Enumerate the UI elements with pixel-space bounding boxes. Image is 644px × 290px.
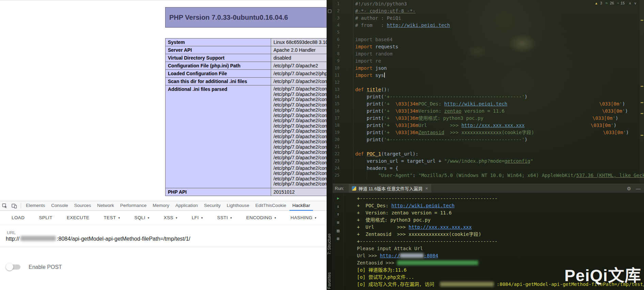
devtools-tab-memory[interactable]: Memory <box>150 201 172 211</box>
run-tabbar-actions: ⚙ — <box>627 186 641 191</box>
close-tab-icon[interactable]: × <box>425 186 428 191</box>
scroll-down-icon[interactable]: ↓ <box>337 204 340 209</box>
url-link[interactable]: http://wiki.peiqi.tech <box>444 101 507 107</box>
token: print( <box>355 108 384 114</box>
devtools-tab-sources[interactable]: Sources <box>71 201 94 211</box>
url-input[interactable]: http://:8084/api-getModel-api-getMethod-… <box>6 236 190 242</box>
phpinfo-row: PHP API20151012 <box>166 188 327 196</box>
menu-label: SQLI <box>134 215 145 220</box>
minimize-icon[interactable]: — <box>636 186 641 191</box>
rerun-button[interactable]: ▶ <box>337 196 340 200</box>
scroll-up-icon[interactable]: ↑ <box>337 212 340 217</box>
line-number: 6 <box>333 36 340 43</box>
devtools-tab-security[interactable]: Security <box>201 201 224 211</box>
url-link[interactable]: http:// <box>380 253 400 258</box>
code-text: import json <box>354 65 387 72</box>
token: ' <box>611 123 613 128</box>
hackbar-menu-hashing[interactable]: HASHING▾ <box>290 215 316 220</box>
code-line: 5 <box>333 29 640 36</box>
gutter-fold-area <box>340 122 354 129</box>
url-link[interactable]: http://wiki.peiqi.tech <box>387 22 450 28</box>
hackbar-menu-split[interactable]: SPLIT <box>39 215 52 220</box>
menu-label: LOAD <box>12 215 25 220</box>
editor-scrollbar[interactable] <box>640 0 644 184</box>
code-text: "User-Agent": "Mozilla/5.0 (Windows NT 1… <box>354 172 644 179</box>
device-toolbar-button[interactable] <box>10 201 19 210</box>
ide-window: 7: Structure Favorites 1#!/usr/bin/pytho… <box>327 0 644 290</box>
token: POC_1 <box>367 151 381 157</box>
devtools-tab-console[interactable]: Console <box>48 201 71 211</box>
ini-file-path: /etc/php/7.0/apache2/con <box>273 92 327 97</box>
devtools-tab-strip: ElementsConsoleSourcesNetworkPerformance… <box>23 201 313 211</box>
code-line: 17 print('+ \033[36m使用格式: python3 poc.py… <box>333 115 640 122</box>
code-line: 11import sys <box>333 72 640 79</box>
line-number: 7 <box>333 43 340 50</box>
token: version_url = target_url + <box>355 158 444 164</box>
token: [o] 禅道版本为:11.6 <box>357 267 407 273</box>
devtools-tab-network[interactable]: Network <box>94 201 117 211</box>
line-number: 11 <box>333 72 340 79</box>
soft-wrap-icon[interactable]: ≡ <box>337 220 340 225</box>
url-link[interactable]: http://wiki.peiqi.tech <box>391 203 454 208</box>
hackbar-menu-lfi[interactable]: LFI▾ <box>192 215 203 220</box>
redacted-text <box>440 282 494 287</box>
phpinfo-label-cell: Server API <box>166 46 271 54</box>
token: \033[0m <box>603 130 623 135</box>
prev-error-icon[interactable]: ∧ <box>629 1 631 5</box>
print-icon[interactable]: ▤ <box>337 228 340 233</box>
gutter-fold-area <box>340 36 354 43</box>
hackbar-menu-test[interactable]: TEST▾ <box>104 215 120 220</box>
token: import <box>355 72 373 78</box>
code-text: #-*- coding:utf-8 -*- <box>354 7 415 15</box>
line-number: 23 <box>333 158 340 165</box>
token: '+ <box>384 130 395 135</box>
hackbar-menu-load[interactable]: LOAD <box>12 215 25 220</box>
url-link[interactable]: http://xxx.xxx.xxx.xxx <box>461 123 524 128</box>
code-text: print('+ \033[36m使用格式: python3 poc.py \0… <box>354 115 618 122</box>
gutter-fold-area <box>340 129 354 136</box>
error-stripe-mark[interactable] <box>641 135 643 136</box>
ini-file-path: /etc/php/7.0/apache2/con <box>273 118 327 124</box>
gutter-separator <box>353 0 354 184</box>
warning-icon: ▲ <box>595 1 598 5</box>
hide-window-icon[interactable] <box>328 10 331 13</box>
tool-window-strip: 7: Structure Favorites <box>327 0 333 290</box>
next-error-icon[interactable]: ∨ <box>634 1 637 5</box>
token: ) <box>615 115 618 121</box>
hackbar-menu-execute[interactable]: EXECUTE <box>67 215 90 220</box>
settings-gear-icon[interactable]: ⚙ <box>627 186 631 191</box>
code-editor[interactable]: 1#!/usr/bin/python32#-*- coding:utf-8 -*… <box>333 0 640 184</box>
hackbar-menu-xss[interactable]: XSS▾ <box>164 215 177 220</box>
token: sys <box>373 72 384 78</box>
error-stripe-mark[interactable] <box>641 102 643 103</box>
toggle-thumb <box>6 263 13 271</box>
devtools-tab-elements[interactable]: Elements <box>23 201 48 211</box>
error-stripe-mark[interactable] <box>641 86 643 87</box>
gutter-fold-area <box>340 22 354 29</box>
inspections-widget[interactable]: ▲ 3 ≈ 26 ▪ 15 ∧ ∨ <box>595 1 637 5</box>
url-link[interactable]: http://xxx.xxx.xxx.xxx <box>409 224 472 230</box>
hackbar-menu-encoding[interactable]: ENCODING▾ <box>246 215 276 220</box>
url-link[interactable]: :8084 <box>424 253 438 258</box>
error-stripe-mark[interactable] <box>641 113 643 114</box>
token: : <box>413 173 419 178</box>
hackbar-menu-ssti[interactable]: SSTI▾ <box>217 215 232 220</box>
run-tab[interactable]: 禅道 11.6版本 任意文件写入漏洞 × <box>349 184 431 193</box>
enable-post-toggle[interactable] <box>6 263 21 271</box>
error-stripe-mark[interactable] <box>641 20 643 21</box>
inspect-element-button[interactable] <box>0 201 10 210</box>
devtools-tab-lighthouse[interactable]: Lighthouse <box>224 201 252 211</box>
code-line: 15 print('+ \033[34mPOC_Des: http://wiki… <box>333 100 640 108</box>
line-number: 16 <box>333 108 340 115</box>
tool-window-favorites[interactable]: Favorites <box>327 272 332 289</box>
more-options-icon[interactable]: ⊞ <box>337 236 340 241</box>
devtools-tab-performance[interactable]: Performance <box>117 201 150 211</box>
token: def <box>355 87 367 92</box>
hackbar-menu-sqli[interactable]: SQLI▾ <box>134 215 149 220</box>
devtools-tab-application[interactable]: Application <box>172 201 201 211</box>
redacted-text <box>397 260 478 265</box>
tool-window-structure[interactable]: 7: Structure <box>327 233 332 255</box>
code-text <box>354 29 355 36</box>
devtools-tab-editthiscookie[interactable]: EditThisCookie <box>252 201 289 211</box>
devtools-tab-hackbar[interactable]: HackBar <box>289 201 313 211</box>
